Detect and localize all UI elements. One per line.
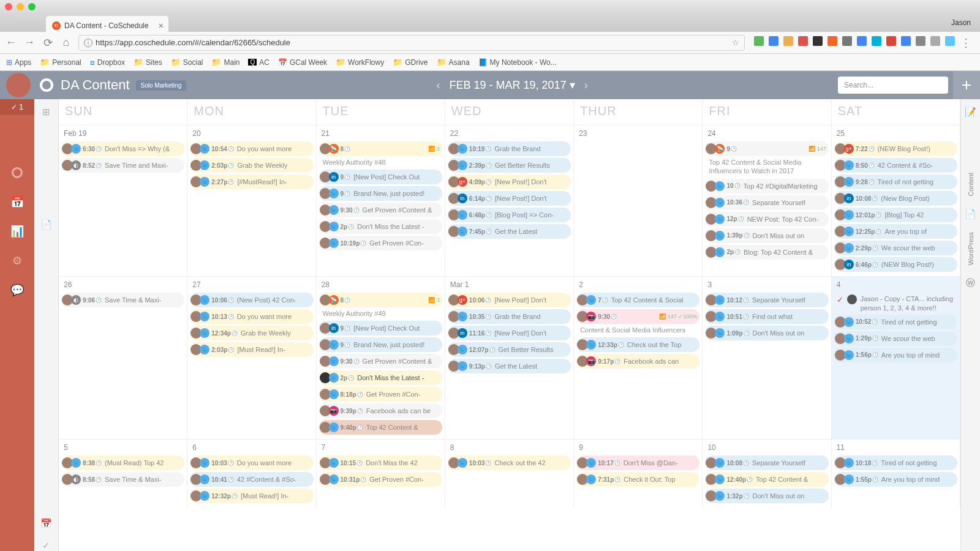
calendar-event[interactable]: 📡8🕐📶 3 xyxy=(319,141,442,156)
calendar-event[interactable]: 📷9:39p🕐Facebook ads can be xyxy=(319,403,442,418)
calendar-event[interactable]: 🐦2:03p🕐[Must Read!] In- xyxy=(190,342,313,357)
bookmark-item[interactable]: 📘My Notebook - Wo... xyxy=(478,58,557,67)
calendar-day[interactable]: 23 xyxy=(574,126,703,276)
calendar-event[interactable]: 🐦2:29p🕐We scour the web xyxy=(834,241,957,255)
ext-icon[interactable] xyxy=(930,36,940,46)
maximize-window-icon[interactable] xyxy=(28,3,36,10)
bookmark-item[interactable]: 📅GCal Week xyxy=(278,58,327,67)
calendar-event[interactable]: 🐦2:39p🕐Get Better Results xyxy=(448,158,571,173)
calendar-event[interactable]: 🐦1:55p🕐Are you top of mind xyxy=(834,472,957,487)
wordpress-tab[interactable]: WordPress xyxy=(967,232,974,265)
calendar-event[interactable]: 🐦10:06🕐(New Post) 42 Con- xyxy=(190,293,313,307)
address-bar[interactable]: i https://app.coschedule.com/#/calendar/… xyxy=(78,35,745,51)
home-icon[interactable]: ⌂ xyxy=(60,36,72,49)
task-item[interactable]: ✓Jason - Copy - CTA... including person … xyxy=(834,293,957,315)
sidebar-calendar-icon[interactable] xyxy=(0,158,34,187)
calendar-event[interactable]: 🐦7:31p🕐Check it Out: Top xyxy=(576,472,699,487)
ext-icon[interactable] xyxy=(842,36,852,46)
calendar-day[interactable]: 27🐦10:06🕐(New Post) 42 Con-🐦10:13🕐Do you… xyxy=(187,277,316,439)
calendar-event[interactable]: 🐦10:15🕐Don't Miss the 42 xyxy=(319,455,442,470)
calendar-event[interactable]: ◐8:58🕐Save Time & Maxi- xyxy=(61,472,184,487)
sidebar-count[interactable]: ✓ 1 xyxy=(0,99,34,115)
calendar-event[interactable]: in9🕐[New Post] Check Out xyxy=(319,321,442,335)
calendar-event[interactable]: 🐦10:35🕐Grab the Brand xyxy=(448,309,571,324)
check-icon[interactable]: ✓ xyxy=(42,540,50,551)
user-avatar[interactable] xyxy=(6,73,31,97)
calendar-event[interactable]: 🐦12:33p🕐Check out the Top xyxy=(576,337,699,352)
calendar-event[interactable]: 🐦10:12🕐Separate Yourself xyxy=(705,293,828,307)
calendar-day[interactable]: 10🐦10:08🕐Separate Yourself🐦12:40p🕐Top 42… xyxy=(703,440,831,508)
calendar-event[interactable]: in9🕐[New Post] Check Out xyxy=(319,170,442,184)
calendar-event[interactable]: 🐦10:08🕐Separate Yourself xyxy=(705,455,828,470)
calendar-event[interactable]: 🐦10:19🕐Grab the Brand xyxy=(448,141,571,156)
bookmark-folder[interactable]: 📁Social xyxy=(171,58,203,67)
calendar-day[interactable]: 21📡8🕐📶 3Weekly Authority #48in9🕐[New Pos… xyxy=(317,126,445,276)
calendar-event[interactable]: 🐦8:38🕐(Must Read) Top 42 xyxy=(61,455,184,470)
bookmark-item[interactable]: ⧈Dropbox xyxy=(90,58,125,67)
minimize-window-icon[interactable] xyxy=(17,3,24,10)
ext-icon[interactable] xyxy=(769,36,778,46)
calendar-icon[interactable]: 📅 xyxy=(40,518,52,529)
ext-icon[interactable] xyxy=(783,36,793,46)
ext-icon[interactable] xyxy=(754,36,764,46)
apps-button[interactable]: ⊞ Apps xyxy=(6,58,31,67)
calendar-event[interactable]: 🐦12:07p🕐Get Better Results xyxy=(448,342,571,357)
calendar-event[interactable]: 🐦2p🕐Don't Miss the Latest - xyxy=(319,370,442,385)
calendar-event[interactable]: 🐦2p🕐Blog: Top 42 Content & xyxy=(705,245,828,260)
calendar-event[interactable]: 🐦8:50🕐42 Content & #So- xyxy=(834,158,957,173)
calendar-event[interactable]: 🐦9🕐Brand New, just posted! xyxy=(319,337,442,352)
calendar-day[interactable]: 8🐦10:03🕐Check out the 42 xyxy=(445,440,574,508)
calendar-event[interactable]: 🐦9:13p🕐Get the Latest xyxy=(448,359,571,373)
ext-icon[interactable] xyxy=(827,36,837,46)
close-window-icon[interactable] xyxy=(5,3,12,10)
calendar-day[interactable]: Feb 19🐦6:30🕐Don't Miss => Why (&◐8:52🕐Sa… xyxy=(59,126,187,276)
back-icon[interactable]: ← xyxy=(5,36,17,49)
calendar-event[interactable]: 🐦8:18p🕐Get Proven #Con- xyxy=(319,387,442,402)
calendar-event[interactable]: 🐦12:25p🕐Are you top of xyxy=(834,224,957,239)
calendar-event[interactable]: 🐦1:32p🕐Don't Miss out on xyxy=(705,489,828,503)
calendar-event[interactable]: 🐦12:40p🕐Top 42 Content & xyxy=(705,472,828,487)
calendar-event[interactable]: 🐦1:39p🕐Don't Miss out on xyxy=(705,228,828,243)
ext-icon[interactable] xyxy=(945,36,955,46)
ext-icon[interactable] xyxy=(916,36,925,46)
bookmark-star-icon[interactable]: ☆ xyxy=(732,38,739,47)
forward-icon[interactable]: → xyxy=(23,36,36,49)
date-range-picker[interactable]: ‹ FEB 19 - MAR 19, 2017 ▾ › xyxy=(186,78,838,92)
calendar-event[interactable]: in11:16🕐[New Post!] Don't xyxy=(448,326,571,340)
calendar-day[interactable]: 7🐦10:15🕐Don't Miss the 42🐦10:31p🕐Get Pro… xyxy=(317,440,445,508)
ext-icon[interactable] xyxy=(798,36,808,46)
wordpress-icon[interactable]: ⓦ xyxy=(966,277,975,289)
calendar-day[interactable]: 3🐦10:12🕐Separate Yourself🐦10:51🕐Find out… xyxy=(703,277,831,439)
sidebar-schedule-icon[interactable]: 📅 xyxy=(0,187,34,217)
calendar-event[interactable]: 🐦9🕐Brand New, just posted! xyxy=(319,186,442,201)
calendar-day[interactable]: 4✓Jason - Copy - CTA... including person… xyxy=(832,277,960,439)
calendar-day[interactable]: 26◐9:06🕐Save Time & Maxi- xyxy=(59,277,187,439)
calendar-day[interactable]: 9🐦10:17🕐Don't Miss @Dan-🐦7:31p🕐Check it … xyxy=(574,440,703,508)
calendar-event[interactable]: 🐦7:45p🕐Get the Latest xyxy=(448,224,571,239)
reload-icon[interactable]: ⟳ xyxy=(42,36,54,50)
calendar-day[interactable]: 20🐦10:54🕐Do you want more🐦2:03p🕐Grab the… xyxy=(187,126,316,276)
calendar-event[interactable]: 🐦6:48p🕐[Blog Post] => Con- xyxy=(448,208,571,222)
chrome-profile[interactable]: Jason xyxy=(951,18,980,27)
content-tab[interactable]: Content xyxy=(967,173,974,197)
calendar-event[interactable]: ◐9:06🕐Save Time & Maxi- xyxy=(61,293,184,307)
document-icon[interactable]: 📄 xyxy=(40,219,52,230)
calendar-event[interactable]: 🐦12:01p🕐[Blog] Top 42 xyxy=(834,208,957,222)
bookmark-folder[interactable]: 📁Personal xyxy=(40,58,81,67)
bookmark-item[interactable]: QAC xyxy=(248,58,269,67)
site-info-icon[interactable]: i xyxy=(84,39,92,47)
calendar-event[interactable]: 📷9:30🕐📶 147 ✓100% xyxy=(576,309,699,324)
calendar-event[interactable]: 🐦10:17🕐Don't Miss @Dan- xyxy=(576,455,699,470)
calendar-day[interactable]: Mar 1g+10:06🕐[New Post!] Don't🐦10:35🕐Gra… xyxy=(445,277,574,439)
calendar-event[interactable]: 🐦7🕐Top 42 Content & Social xyxy=(576,293,699,307)
ext-icon[interactable] xyxy=(857,36,867,46)
calendar-day[interactable]: 2🐦7🕐Top 42 Content & Social📷9:30🕐📶 147 ✓… xyxy=(574,277,703,439)
calendar-event[interactable]: g+7:22🕐(NEW Blog Post!) xyxy=(834,141,957,156)
calendar-event[interactable]: ◐8:52🕐Save Time and Maxi- xyxy=(61,158,184,173)
prev-range-icon[interactable]: ‹ xyxy=(437,79,440,92)
calendar-day[interactable]: 28📡8🕐📶 3Weekly Authority #49in9🕐[New Pos… xyxy=(317,277,445,439)
calendar-day[interactable]: 5🐦8:38🕐(Must Read) Top 42◐8:58🕐Save Time… xyxy=(59,440,187,508)
calendar-event[interactable]: 🐦10:31p🕐Get Proven #Con- xyxy=(319,472,442,487)
bookmark-folder[interactable]: 📁GDrive xyxy=(393,58,428,67)
ext-icon[interactable] xyxy=(901,36,911,46)
